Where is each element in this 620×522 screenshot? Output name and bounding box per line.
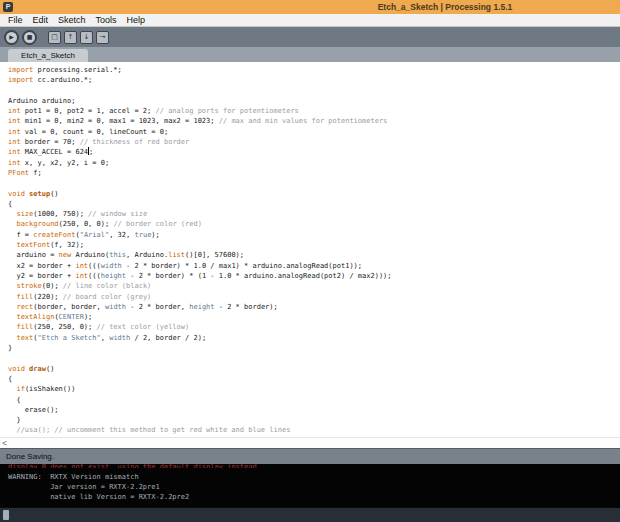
code-line: //usa(); // uncomment this method to get… [8,425,620,435]
code-line: import processing.serial.*; [8,65,620,75]
new-sketch-button[interactable]: □ [48,31,61,44]
code-line: int x, y, x2, y2, i = 0; [8,158,620,168]
save-icon: ↓ [84,34,90,41]
menu-bar: FileEditSketchToolsHelp [0,14,620,27]
code-line: int MAX_ACCEL = 624; [8,147,620,157]
caret-line-indicator [3,510,9,520]
code-line: size(1000, 750); // window size [8,209,620,219]
code-line: } [8,415,620,425]
code-line: rect(border, border, width - 2 * border,… [8,302,620,312]
run-icon: ▶ [9,34,14,40]
scroll-left-arrow-icon[interactable]: < [2,439,7,448]
run-button[interactable]: ▶ [4,30,19,45]
code-line: x2 = border + int(((width - 2 * border) … [8,261,620,271]
new-sketch-icon: □ [51,34,58,41]
processing-app-icon: P [3,2,13,12]
open-button[interactable]: ↑ [64,31,77,44]
console-line: native lib Version = RXTX-2.2pre2 [8,492,620,502]
code-line: PFont f; [8,168,620,178]
code-line: { [8,374,620,384]
toolbar: ▶■□↑↓→ [0,27,620,47]
menu-item-help[interactable]: Help [122,15,151,25]
tab-bar: Etch_a_Sketch [0,47,620,62]
export-button[interactable]: → [96,31,109,44]
stop-icon: ■ [27,34,33,40]
code-line: fill(250, 250, 0); // text color (yellow… [8,322,620,332]
code-line: import cc.arduino.*; [8,75,620,85]
menu-item-sketch[interactable]: Sketch [53,15,91,25]
code-line: int pot1 = 0, pot2 = 1, accel = 2; // an… [8,106,620,116]
code-line: int val = 0, count = 0, lineCount = 0; [8,127,620,137]
menu-item-edit[interactable]: Edit [28,15,54,25]
code-line: int min1 = 0, min2 = 0, max1 = 1023, max… [8,116,620,126]
code-editor[interactable]: import processing.serial.*;import cc.ard… [0,62,620,437]
code-line: void draw() [8,364,620,374]
status-bar: Done Saving. [0,448,620,464]
code-line: textFont(f, 32); [8,240,620,250]
console-line: Jar version = RXTX-2.2pre1 [8,482,620,492]
save-button[interactable]: ↓ [80,31,93,44]
code-line: arduino = new Arduino(this, Arduino.list… [8,250,620,260]
title-bar: P Etch_a_Sketch | Processing 1.5.1 [0,0,620,14]
code-line: void setup() [8,189,620,199]
code-line [8,178,620,188]
code-line: { [8,395,620,405]
horizontal-scrollbar[interactable]: < [0,437,620,448]
window-title: Etch_a_Sketch | Processing 1.5.1 [335,2,555,12]
status-message: Done Saving. [6,452,54,461]
code-line: erase(); [8,405,620,415]
code-line: fill(220); // board color (grey) [8,292,620,302]
code-line [8,353,620,363]
code-line: background(250, 0, 0); // border color (… [8,219,620,229]
code-line [8,86,620,96]
code-line: int border = 70; // thickness of red bor… [8,137,620,147]
code-line: { [8,199,620,209]
code-line: stroke(0); // line color (black) [8,281,620,291]
code-line: textAlign(CENTER); [8,312,620,322]
console-line: WARNING: RXTX Version mismatch [8,472,620,482]
code-line: } [8,343,620,353]
menu-item-tools[interactable]: Tools [91,15,122,25]
code-line: y2 = border + int(((height - 2 * border)… [8,271,620,281]
console: display 0 does not exist, using the defa… [0,464,620,507]
open-icon: ↑ [68,34,74,41]
tab-etch-a-sketch[interactable]: Etch_a_Sketch [8,49,88,62]
menu-item-file[interactable]: File [3,15,28,25]
code-line: Arduino arduino; [8,96,620,106]
code-line: if(isShaken()) [8,384,620,394]
code-line: text("Etch a Sketch", width / 2, border … [8,333,620,343]
code-line: f = createFont("Arial", 32, true); [8,230,620,240]
export-icon: → [100,34,106,41]
editor-footer-strip [0,507,620,522]
stop-button[interactable]: ■ [22,30,37,45]
console-output: WARNING: RXTX Version mismatch Jar versi… [0,468,620,502]
